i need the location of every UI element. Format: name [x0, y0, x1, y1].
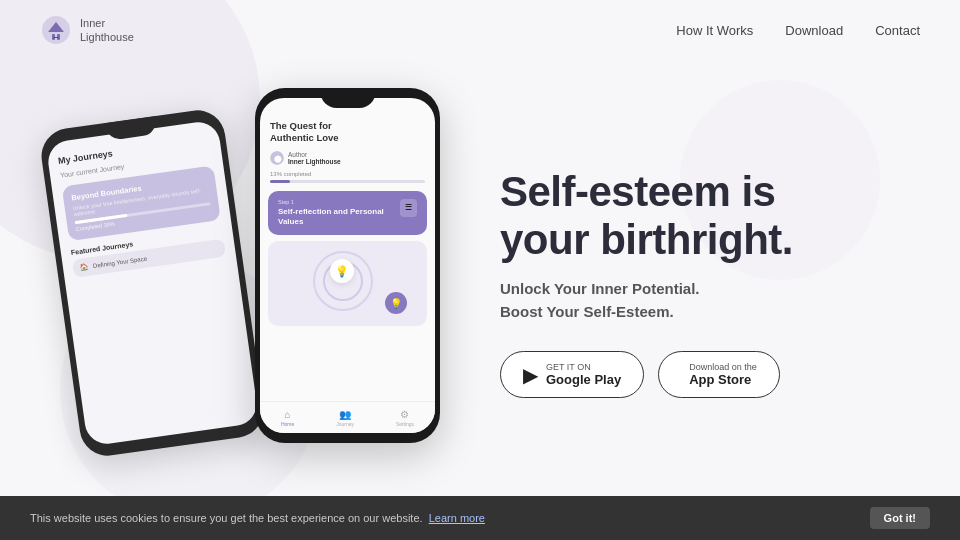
cookie-bar: This website uses cookies to ensure you …	[0, 496, 960, 540]
logo-text: InnerLighthouse	[80, 16, 134, 45]
navbar: InnerLighthouse How It Works Download Co…	[0, 0, 960, 60]
tab-home[interactable]: ⌂ Home	[281, 409, 294, 427]
phone-back-small-card-text: Defining Your Space	[93, 256, 148, 270]
phone-front-tabbar: ⌂ Home 👥 Journey ⚙ Settings	[260, 401, 435, 433]
tab-journey[interactable]: 👥 Journey	[336, 409, 354, 427]
phone-front-progress-label: 13% completed	[260, 171, 435, 180]
map-pin-2: 💡	[385, 292, 407, 314]
hero-text: Self-esteem isyour birthright. Unlock Yo…	[460, 158, 920, 399]
phone-front-author: ⬤ Author Inner Lighthouse	[260, 151, 435, 171]
nav-download[interactable]: Download	[785, 23, 843, 38]
cta-buttons: ▶ GET IT ON Google Play Download on the …	[500, 351, 920, 398]
nav-how-it-works[interactable]: How It Works	[676, 23, 753, 38]
step-icon: ☰	[400, 199, 417, 217]
phone-front-screen: The Quest forAuthentic Love ⬤ Author Inn…	[260, 98, 435, 433]
logo-icon	[40, 14, 72, 46]
google-play-icon: ▶	[523, 363, 538, 387]
phone-front: The Quest forAuthentic Love ⬤ Author Inn…	[255, 88, 440, 443]
step-text: Step 1 Self-reflection and Personal Valu…	[278, 199, 400, 228]
cookie-learn-more[interactable]: Learn more	[429, 512, 485, 524]
phone-back: My Journeys Your current Journey Beyond …	[38, 107, 267, 460]
svg-text:⬤: ⬤	[274, 155, 282, 163]
main-content: My Journeys Your current Journey Beyond …	[0, 60, 960, 496]
cookie-text: This website uses cookies to ensure you …	[30, 512, 864, 524]
phone-back-screen: My Journeys Your current Journey Beyond …	[46, 119, 260, 446]
author-icon: ⬤	[270, 151, 284, 165]
logo: InnerLighthouse	[40, 14, 134, 46]
hero-subheading: Unlock Your Inner Potential.Boost Your S…	[500, 278, 920, 323]
nav-contact[interactable]: Contact	[875, 23, 920, 38]
author-info: Author Inner Lighthouse	[288, 151, 341, 165]
phone-front-progress-fill	[270, 180, 290, 183]
svg-rect-3	[53, 37, 59, 38]
nav-links: How It Works Download Contact	[676, 21, 920, 39]
google-play-button[interactable]: ▶ GET IT ON Google Play	[500, 351, 644, 398]
google-play-text: GET IT ON Google Play	[546, 362, 621, 387]
journey-icon: 👥	[339, 409, 351, 420]
tab-settings[interactable]: ⚙ Settings	[396, 409, 414, 427]
phone-front-notch	[320, 88, 375, 108]
phone-front-progress-bar	[270, 180, 425, 183]
home-icon: ⌂	[285, 409, 291, 420]
cookie-accept-button[interactable]: Got it!	[870, 507, 930, 529]
hero-heading: Self-esteem isyour birthright.	[500, 168, 920, 265]
settings-icon: ⚙	[400, 409, 409, 420]
phones-area: My Journeys Your current Journey Beyond …	[60, 88, 460, 468]
phone-back-small-icon: 🏠	[80, 263, 90, 272]
phone-front-step-card: Step 1 Self-reflection and Personal Valu…	[268, 191, 427, 236]
phone-back-card: Beyond Boundaries Unlock your true limit…	[62, 165, 221, 241]
app-store-text: Download on the App Store	[689, 362, 757, 387]
phone-front-map: 💡 💡	[268, 241, 427, 326]
app-store-button[interactable]: Download on the App Store	[658, 351, 780, 398]
